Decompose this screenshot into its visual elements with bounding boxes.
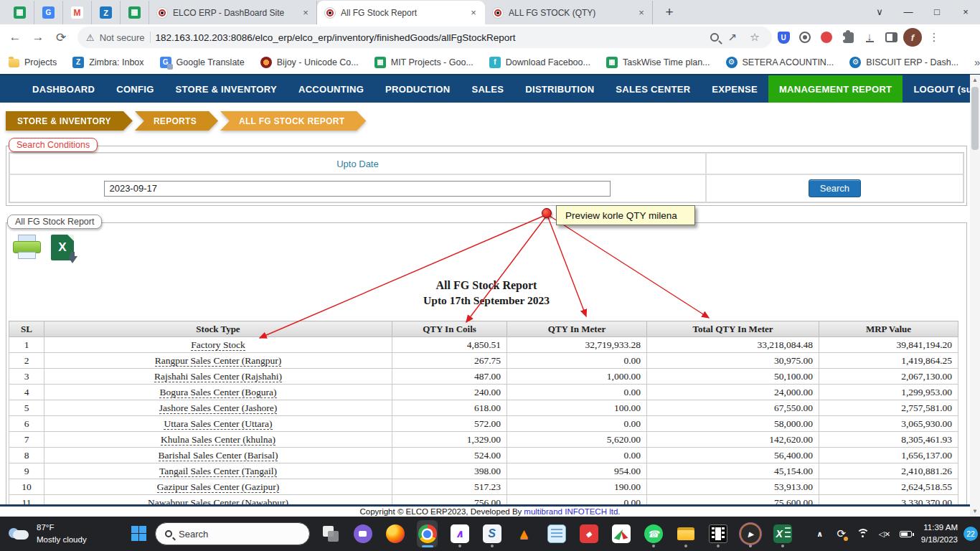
bookmark-item[interactable]: Projects bbox=[9, 57, 57, 67]
stock-type-link[interactable]: Khulna Sales Center (khulna) bbox=[161, 434, 275, 446]
ublock-extension-icon[interactable]: U bbox=[773, 27, 793, 47]
browser-tab[interactable]: All FG Stock Report × bbox=[317, 1, 485, 24]
window-stack-icon[interactable] bbox=[320, 520, 341, 547]
red-app-icon[interactable] bbox=[578, 520, 599, 547]
weather-widget[interactable]: 87°F Mostly cloudy bbox=[7, 522, 87, 545]
camera-extension-icon[interactable] bbox=[795, 27, 815, 47]
volume-muted-icon[interactable]: ◁✕ bbox=[874, 517, 895, 551]
bookmark-item[interactable]: MIT Projects - Goo... bbox=[374, 57, 473, 68]
firefox-icon[interactable] bbox=[385, 520, 405, 547]
video-call-icon[interactable] bbox=[352, 520, 373, 547]
chrome-icon[interactable] bbox=[417, 520, 438, 547]
film-icon[interactable] bbox=[707, 520, 728, 547]
stock-type-link[interactable]: Rangpur Sales Center (Rangpur) bbox=[155, 355, 282, 367]
scroll-down-icon[interactable]: ▼ bbox=[970, 506, 980, 517]
downloads-icon[interactable]: ↓ bbox=[859, 27, 880, 47]
bookmark-item[interactable]: SETERA ACOUNTIN... bbox=[726, 57, 834, 68]
close-button[interactable]: × bbox=[951, 0, 980, 23]
stock-type-cell: Uttara Sales Center (Uttara) bbox=[44, 416, 392, 432]
breadcrumb-item[interactable]: STORE & INVENTORY bbox=[6, 111, 133, 131]
wifi-icon[interactable] bbox=[852, 517, 874, 551]
whatsapp-icon[interactable] bbox=[643, 520, 664, 547]
restore-button[interactable]: □ bbox=[923, 0, 951, 23]
breadcrumb-item[interactable]: ALL FG STOCK REPORT bbox=[220, 111, 366, 131]
browser-tab[interactable]: ELCO ERP - DashBoard Site × bbox=[149, 1, 317, 24]
breadcrumb-item[interactable]: REPORTS bbox=[135, 111, 218, 131]
taskbar-search[interactable]: Search bbox=[155, 522, 310, 545]
new-tab-button[interactable]: + bbox=[659, 1, 680, 23]
browser-menu-icon[interactable]: ⋮ bbox=[924, 27, 944, 47]
pinned-tab[interactable] bbox=[6, 1, 34, 24]
vlc-icon[interactable] bbox=[514, 520, 534, 547]
browser-menu-chevron[interactable]: ∨ bbox=[865, 0, 894, 23]
pinned-tab[interactable] bbox=[34, 1, 63, 24]
tab-close-icon[interactable]: × bbox=[636, 7, 647, 19]
file-explorer-icon[interactable] bbox=[675, 520, 696, 547]
tab-close-icon[interactable]: × bbox=[468, 7, 479, 19]
excel-export-icon[interactable]: X bbox=[50, 235, 78, 263]
nav-distribution[interactable]: DISTRIBUTION bbox=[514, 75, 605, 103]
tab-close-icon[interactable]: × bbox=[300, 7, 311, 19]
stock-type-link[interactable]: Factory Stock bbox=[191, 339, 245, 351]
red-extension-icon[interactable] bbox=[816, 27, 837, 47]
update-sync-icon[interactable]: ⟳ bbox=[831, 517, 852, 551]
dart-app-icon[interactable] bbox=[611, 520, 631, 547]
print-icon[interactable] bbox=[12, 235, 42, 263]
nav-logout-superadmin[interactable]: LOGOUT (superadmin) bbox=[903, 75, 980, 103]
bookmarks-overflow-icon[interactable]: » bbox=[974, 56, 980, 68]
battery-icon[interactable] bbox=[895, 517, 917, 551]
media-player-icon[interactable] bbox=[740, 520, 760, 547]
nav-management-report[interactable]: MANAGEMENT REPORT bbox=[768, 75, 903, 103]
stock-type-link[interactable]: Uttara Sales Center (Uttara) bbox=[164, 418, 272, 430]
stock-type-link[interactable]: Gazipur Sales Center (Gazipur) bbox=[157, 481, 280, 493]
zoom-icon[interactable] bbox=[710, 33, 719, 42]
upto-date-input[interactable] bbox=[104, 181, 611, 197]
notification-badge[interactable]: 22 bbox=[963, 527, 978, 541]
profile-avatar[interactable]: f bbox=[903, 27, 923, 47]
nav-expense[interactable]: EXPENSE bbox=[701, 75, 768, 103]
bookmark-item[interactable]: TaskWise Time plan... bbox=[606, 57, 710, 68]
bookmark-item[interactable]: Download Faceboo... bbox=[489, 57, 590, 68]
stock-type-link[interactable]: Bogura Sales Center (Bogura) bbox=[159, 387, 276, 398]
bookmark-item[interactable]: BISCUIT ERP - Dash... bbox=[849, 57, 958, 68]
footer-link[interactable]: multibrand INFOTECH ltd. bbox=[524, 507, 620, 516]
search-button[interactable]: Search bbox=[809, 179, 861, 197]
pinned-tab[interactable] bbox=[63, 1, 92, 24]
nav-sales-center[interactable]: SALES CENTER bbox=[605, 75, 701, 103]
excel-icon[interactable] bbox=[772, 520, 793, 547]
minimize-button[interactable]: — bbox=[894, 0, 923, 23]
stock-type-link[interactable]: Rajshahi Sales Center (Rajshahi) bbox=[154, 371, 282, 382]
bookmark-item[interactable]: Zimbra: Inbox bbox=[72, 57, 143, 68]
taskbar-clock[interactable]: 11:39 AM 9/18/2023 bbox=[921, 522, 958, 545]
nav-accounting[interactable]: ACCOUNTING bbox=[288, 75, 374, 103]
refresh-icon[interactable]: ⟳ bbox=[50, 27, 72, 48]
nav-production[interactable]: PRODUCTION bbox=[374, 75, 461, 103]
forward-icon[interactable]: → bbox=[27, 27, 49, 48]
clickup-icon[interactable] bbox=[449, 520, 470, 547]
pinned-tab[interactable] bbox=[92, 1, 121, 24]
back-icon[interactable]: ← bbox=[4, 27, 26, 48]
vertical-scrollbar[interactable]: ▲ ▼ bbox=[970, 75, 980, 517]
s-app-icon[interactable] bbox=[481, 520, 502, 547]
pinned-tab[interactable] bbox=[121, 1, 149, 24]
side-panel-icon[interactable] bbox=[881, 27, 901, 47]
nav-config[interactable]: CONFIG bbox=[105, 75, 164, 103]
nav-dashboard[interactable]: DASHBOARD bbox=[22, 75, 105, 103]
scrollbar-thumb[interactable] bbox=[971, 87, 979, 150]
bookmark-item[interactable]: Google Translate bbox=[160, 57, 245, 68]
stock-type-link[interactable]: Barishal Sales Center (Barisal) bbox=[159, 450, 278, 461]
nav-sales[interactable]: SALES bbox=[461, 75, 514, 103]
share-icon[interactable]: ↗ bbox=[724, 31, 741, 44]
notepad-icon[interactable] bbox=[546, 520, 567, 547]
tray-chevron-icon[interactable]: ∧ bbox=[809, 517, 831, 551]
stock-type-link[interactable]: Jashore Sales Center (Jashore) bbox=[159, 402, 278, 414]
extensions-puzzle-icon[interactable] bbox=[838, 27, 858, 47]
scroll-up-icon[interactable]: ▲ bbox=[970, 75, 980, 85]
browser-tab[interactable]: ALL FG STOCK (QTY) × bbox=[485, 1, 653, 24]
bookmark-item[interactable]: Bijoy - Unicode Co... bbox=[260, 57, 359, 68]
address-bar[interactable]: ⚠ Not secure 182.163.102.203:8086/elco_e… bbox=[77, 27, 772, 48]
stock-type-link[interactable]: Tangail Sales Center (Tangail) bbox=[159, 466, 277, 477]
bookmark-star-icon[interactable]: ☆ bbox=[746, 31, 763, 44]
nav-store-inventory[interactable]: STORE & INVENTORY bbox=[165, 75, 288, 103]
start-button[interactable] bbox=[131, 526, 146, 541]
